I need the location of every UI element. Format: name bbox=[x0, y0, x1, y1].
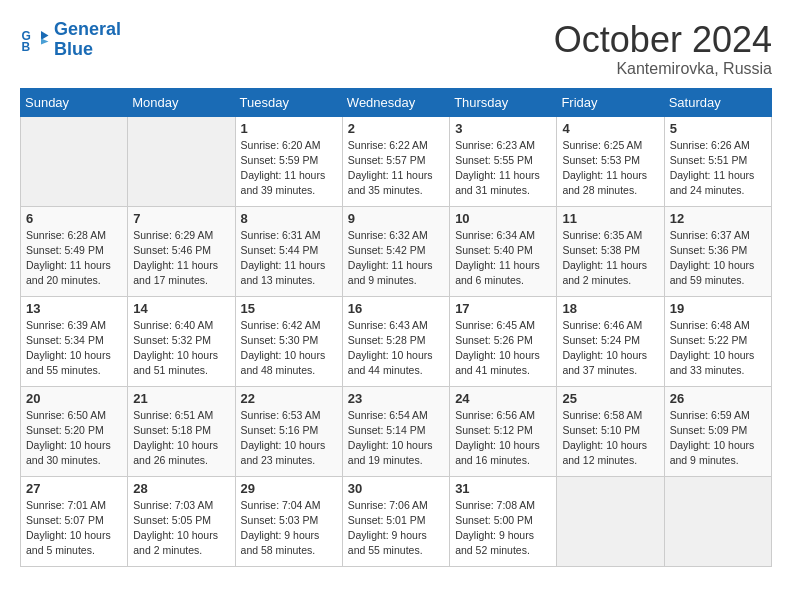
day-info: Sunrise: 6:46 AM Sunset: 5:24 PM Dayligh… bbox=[562, 318, 658, 379]
calendar-cell: 5Sunrise: 6:26 AM Sunset: 5:51 PM Daylig… bbox=[664, 116, 771, 206]
calendar-table: SundayMondayTuesdayWednesdayThursdayFrid… bbox=[20, 88, 772, 567]
day-number: 24 bbox=[455, 391, 551, 406]
day-info: Sunrise: 6:34 AM Sunset: 5:40 PM Dayligh… bbox=[455, 228, 551, 289]
day-info: Sunrise: 6:58 AM Sunset: 5:10 PM Dayligh… bbox=[562, 408, 658, 469]
day-number: 16 bbox=[348, 301, 444, 316]
weekday-header-tuesday: Tuesday bbox=[235, 88, 342, 116]
day-info: Sunrise: 6:40 AM Sunset: 5:32 PM Dayligh… bbox=[133, 318, 229, 379]
day-number: 17 bbox=[455, 301, 551, 316]
calendar-cell: 3Sunrise: 6:23 AM Sunset: 5:55 PM Daylig… bbox=[450, 116, 557, 206]
day-info: Sunrise: 7:04 AM Sunset: 5:03 PM Dayligh… bbox=[241, 498, 337, 559]
calendar-cell: 27Sunrise: 7:01 AM Sunset: 5:07 PM Dayli… bbox=[21, 476, 128, 566]
calendar-cell: 18Sunrise: 6:46 AM Sunset: 5:24 PM Dayli… bbox=[557, 296, 664, 386]
calendar-cell: 16Sunrise: 6:43 AM Sunset: 5:28 PM Dayli… bbox=[342, 296, 449, 386]
day-info: Sunrise: 6:43 AM Sunset: 5:28 PM Dayligh… bbox=[348, 318, 444, 379]
day-info: Sunrise: 6:39 AM Sunset: 5:34 PM Dayligh… bbox=[26, 318, 122, 379]
weekday-header-saturday: Saturday bbox=[664, 88, 771, 116]
calendar-cell: 28Sunrise: 7:03 AM Sunset: 5:05 PM Dayli… bbox=[128, 476, 235, 566]
calendar-cell: 9Sunrise: 6:32 AM Sunset: 5:42 PM Daylig… bbox=[342, 206, 449, 296]
month-title: October 2024 bbox=[554, 20, 772, 60]
calendar-cell: 6Sunrise: 6:28 AM Sunset: 5:49 PM Daylig… bbox=[21, 206, 128, 296]
day-number: 8 bbox=[241, 211, 337, 226]
day-info: Sunrise: 7:06 AM Sunset: 5:01 PM Dayligh… bbox=[348, 498, 444, 559]
day-info: Sunrise: 6:53 AM Sunset: 5:16 PM Dayligh… bbox=[241, 408, 337, 469]
weekday-header-wednesday: Wednesday bbox=[342, 88, 449, 116]
calendar-cell: 7Sunrise: 6:29 AM Sunset: 5:46 PM Daylig… bbox=[128, 206, 235, 296]
weekday-header-monday: Monday bbox=[128, 88, 235, 116]
day-number: 18 bbox=[562, 301, 658, 316]
day-number: 23 bbox=[348, 391, 444, 406]
weekday-header-thursday: Thursday bbox=[450, 88, 557, 116]
calendar-cell bbox=[664, 476, 771, 566]
calendar-cell: 19Sunrise: 6:48 AM Sunset: 5:22 PM Dayli… bbox=[664, 296, 771, 386]
calendar-cell: 31Sunrise: 7:08 AM Sunset: 5:00 PM Dayli… bbox=[450, 476, 557, 566]
day-number: 12 bbox=[670, 211, 766, 226]
day-info: Sunrise: 6:42 AM Sunset: 5:30 PM Dayligh… bbox=[241, 318, 337, 379]
calendar-week-5: 27Sunrise: 7:01 AM Sunset: 5:07 PM Dayli… bbox=[21, 476, 772, 566]
day-info: Sunrise: 7:03 AM Sunset: 5:05 PM Dayligh… bbox=[133, 498, 229, 559]
calendar-cell: 23Sunrise: 6:54 AM Sunset: 5:14 PM Dayli… bbox=[342, 386, 449, 476]
calendar-cell: 8Sunrise: 6:31 AM Sunset: 5:44 PM Daylig… bbox=[235, 206, 342, 296]
calendar-cell: 26Sunrise: 6:59 AM Sunset: 5:09 PM Dayli… bbox=[664, 386, 771, 476]
day-number: 2 bbox=[348, 121, 444, 136]
weekday-header-friday: Friday bbox=[557, 88, 664, 116]
day-info: Sunrise: 6:22 AM Sunset: 5:57 PM Dayligh… bbox=[348, 138, 444, 199]
day-number: 6 bbox=[26, 211, 122, 226]
day-info: Sunrise: 6:20 AM Sunset: 5:59 PM Dayligh… bbox=[241, 138, 337, 199]
calendar-cell: 29Sunrise: 7:04 AM Sunset: 5:03 PM Dayli… bbox=[235, 476, 342, 566]
day-info: Sunrise: 6:37 AM Sunset: 5:36 PM Dayligh… bbox=[670, 228, 766, 289]
calendar-cell: 30Sunrise: 7:06 AM Sunset: 5:01 PM Dayli… bbox=[342, 476, 449, 566]
day-info: Sunrise: 6:25 AM Sunset: 5:53 PM Dayligh… bbox=[562, 138, 658, 199]
calendar-cell: 17Sunrise: 6:45 AM Sunset: 5:26 PM Dayli… bbox=[450, 296, 557, 386]
day-info: Sunrise: 6:31 AM Sunset: 5:44 PM Dayligh… bbox=[241, 228, 337, 289]
calendar-cell bbox=[557, 476, 664, 566]
svg-text:B: B bbox=[22, 39, 31, 53]
logo-text: General Blue bbox=[54, 20, 121, 60]
day-info: Sunrise: 6:29 AM Sunset: 5:46 PM Dayligh… bbox=[133, 228, 229, 289]
location-subtitle: Kantemirovka, Russia bbox=[554, 60, 772, 78]
calendar-cell: 15Sunrise: 6:42 AM Sunset: 5:30 PM Dayli… bbox=[235, 296, 342, 386]
day-number: 11 bbox=[562, 211, 658, 226]
day-info: Sunrise: 6:48 AM Sunset: 5:22 PM Dayligh… bbox=[670, 318, 766, 379]
day-number: 26 bbox=[670, 391, 766, 406]
calendar-cell: 2Sunrise: 6:22 AM Sunset: 5:57 PM Daylig… bbox=[342, 116, 449, 206]
day-info: Sunrise: 7:01 AM Sunset: 5:07 PM Dayligh… bbox=[26, 498, 122, 559]
calendar-cell: 4Sunrise: 6:25 AM Sunset: 5:53 PM Daylig… bbox=[557, 116, 664, 206]
svg-marker-2 bbox=[41, 31, 49, 40]
day-number: 10 bbox=[455, 211, 551, 226]
day-number: 15 bbox=[241, 301, 337, 316]
calendar-cell: 25Sunrise: 6:58 AM Sunset: 5:10 PM Dayli… bbox=[557, 386, 664, 476]
day-info: Sunrise: 6:56 AM Sunset: 5:12 PM Dayligh… bbox=[455, 408, 551, 469]
day-info: Sunrise: 6:26 AM Sunset: 5:51 PM Dayligh… bbox=[670, 138, 766, 199]
calendar-week-4: 20Sunrise: 6:50 AM Sunset: 5:20 PM Dayli… bbox=[21, 386, 772, 476]
day-info: Sunrise: 6:51 AM Sunset: 5:18 PM Dayligh… bbox=[133, 408, 229, 469]
calendar-cell bbox=[128, 116, 235, 206]
logo-icon: G B bbox=[20, 25, 50, 55]
day-number: 5 bbox=[670, 121, 766, 136]
day-number: 4 bbox=[562, 121, 658, 136]
day-number: 3 bbox=[455, 121, 551, 136]
day-number: 27 bbox=[26, 481, 122, 496]
weekday-header-row: SundayMondayTuesdayWednesdayThursdayFrid… bbox=[21, 88, 772, 116]
calendar-cell: 11Sunrise: 6:35 AM Sunset: 5:38 PM Dayli… bbox=[557, 206, 664, 296]
day-number: 29 bbox=[241, 481, 337, 496]
day-number: 28 bbox=[133, 481, 229, 496]
calendar-cell: 20Sunrise: 6:50 AM Sunset: 5:20 PM Dayli… bbox=[21, 386, 128, 476]
logo: G B General Blue bbox=[20, 20, 121, 60]
logo-line1: General bbox=[54, 19, 121, 39]
calendar-cell: 10Sunrise: 6:34 AM Sunset: 5:40 PM Dayli… bbox=[450, 206, 557, 296]
calendar-week-1: 1Sunrise: 6:20 AM Sunset: 5:59 PM Daylig… bbox=[21, 116, 772, 206]
day-info: Sunrise: 6:32 AM Sunset: 5:42 PM Dayligh… bbox=[348, 228, 444, 289]
calendar-week-3: 13Sunrise: 6:39 AM Sunset: 5:34 PM Dayli… bbox=[21, 296, 772, 386]
day-number: 22 bbox=[241, 391, 337, 406]
day-number: 20 bbox=[26, 391, 122, 406]
day-number: 30 bbox=[348, 481, 444, 496]
day-number: 1 bbox=[241, 121, 337, 136]
calendar-cell bbox=[21, 116, 128, 206]
day-info: Sunrise: 6:45 AM Sunset: 5:26 PM Dayligh… bbox=[455, 318, 551, 379]
day-info: Sunrise: 6:35 AM Sunset: 5:38 PM Dayligh… bbox=[562, 228, 658, 289]
day-number: 7 bbox=[133, 211, 229, 226]
calendar-cell: 14Sunrise: 6:40 AM Sunset: 5:32 PM Dayli… bbox=[128, 296, 235, 386]
calendar-cell: 1Sunrise: 6:20 AM Sunset: 5:59 PM Daylig… bbox=[235, 116, 342, 206]
day-number: 9 bbox=[348, 211, 444, 226]
